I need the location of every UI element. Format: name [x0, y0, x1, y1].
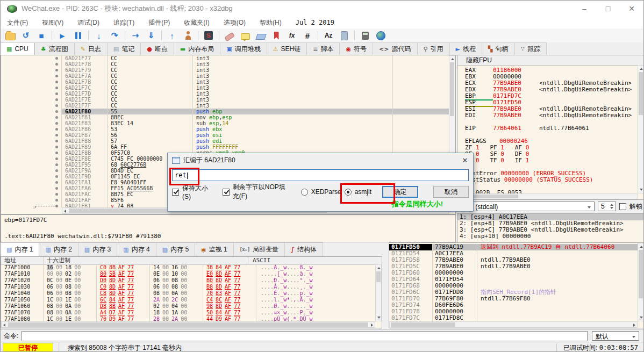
breakpoint-gutter[interactable]: [1, 55, 61, 61]
stack-row[interactable]: 0171FD6000000000: [389, 270, 638, 276]
breakpoint-gutter[interactable]: [1, 144, 61, 150]
breakpoint-gutter[interactable]: [1, 126, 61, 132]
lasterror-row[interactable]: LastStatus 00000000 (STATUS_SUCCESS): [465, 177, 638, 183]
calling-convention-select[interactable]: 默认 (stdcall): [457, 202, 595, 211]
breakpoint-gutter[interactable]: [1, 67, 61, 73]
trace-over-icon[interactable]: ⇓: [146, 30, 156, 41]
memory-row[interactable]: 77AF103006000800C08DAF7706000800B88DAF77…: [1, 284, 375, 290]
breakpoint-gutter[interactable]: [1, 197, 61, 203]
disasm-row[interactable]: 6AD21F7FCCint3: [1, 103, 449, 109]
tab-句柄[interactable]: ▚句柄: [482, 42, 514, 55]
breakpoint-gutter[interactable]: [1, 168, 61, 174]
comments-icon[interactable]: [240, 30, 251, 41]
disasm-row[interactable]: 6AD21F8857push edi: [1, 138, 449, 144]
disasm-row[interactable]: 6AD21F8055push ebp: [1, 109, 449, 114]
tab-内存 5[interactable]: ▥内存 5: [156, 242, 195, 256]
menu-item[interactable]: 帮助(H): [260, 18, 282, 27]
breakpoint-gutter[interactable]: [1, 61, 61, 67]
breakpoint-gutter[interactable]: [1, 185, 61, 191]
run-to-user-code-icon[interactable]: [182, 30, 193, 41]
call-arguments-pane[interactable]: 1: [esp+4] A0C17EEA2: [esp+8] 77B9ABE0 <…: [457, 213, 644, 246]
tab-内存 3[interactable]: ▥内存 3: [78, 242, 117, 256]
register-row[interactable]: EIP77B64061ntdll.77B64061: [465, 125, 638, 132]
disasm-row[interactable]: 6AD21F7ACCint3: [1, 73, 449, 79]
tab-日志[interactable]: ✎日志: [75, 42, 108, 55]
open-file-icon[interactable]: [5, 30, 16, 41]
stack-row[interactable]: 0171FD7C0171FD8C: [389, 315, 638, 321]
breakpoint-gutter[interactable]: [1, 73, 61, 79]
help-globe-icon[interactable]: [375, 30, 386, 41]
tab-源代码[interactable]: <>源代码: [373, 42, 417, 55]
tab-CPU[interactable]: ▦CPU: [1, 42, 35, 55]
run-icon[interactable]: ►: [57, 30, 68, 41]
dump-vscrollbar[interactable]: [375, 264, 382, 321]
patches-icon[interactable]: [224, 30, 235, 41]
stack-row[interactable]: 0171FD640171FD54: [389, 276, 638, 283]
disasm-row[interactable]: 6AD21F7BCCint3: [1, 79, 449, 85]
memory-row[interactable]: 77AF104006000800C88DAF7708000A007083AF77…: [1, 290, 375, 297]
breakpoint-gutter[interactable]: [1, 114, 61, 120]
breakpoint-gutter[interactable]: [1, 109, 61, 114]
minimize-button[interactable]: –: [573, 1, 596, 17]
breakpoint-gutter[interactable]: [1, 132, 61, 138]
close-button[interactable]: ✕: [620, 1, 643, 17]
memory-row[interactable]: 77AF10501C001E006C84AF772A002C00C48CAF77…: [1, 297, 375, 303]
hash-icon[interactable]: #: [302, 30, 313, 41]
tab-内存 4[interactable]: ▥内存 4: [117, 242, 156, 256]
breakpoint-gutter[interactable]: [1, 179, 61, 185]
tab-跟踪[interactable]: ∵跟踪: [515, 42, 547, 55]
tab-断点[interactable]: ●断点: [141, 42, 174, 55]
assemble-instruction-input[interactable]: ret: [172, 169, 469, 181]
xedparse-radio[interactable]: [301, 189, 308, 196]
restart-icon[interactable]: ↺: [20, 30, 31, 41]
trace-into-icon[interactable]: ⇢: [130, 30, 141, 41]
breakpoint-gutter[interactable]: [1, 191, 61, 197]
stack-pane[interactable]: 0171FD5077B9AC19返回到 ntdll.77B9AC19 自 ntd…: [389, 242, 644, 328]
run-until-return-icon[interactable]: ↑: [167, 30, 177, 41]
register-row[interactable]: EBP0171FD7C: [465, 93, 638, 99]
tab-内存 2[interactable]: ▥内存 2: [39, 242, 78, 256]
argument-row[interactable]: 4: [esp+10] 00000000: [457, 233, 644, 240]
disasm-row[interactable]: 6AD21F818BECmov ebp,esp: [1, 114, 449, 120]
tab-监视 1[interactable]: ◉监视 1: [195, 242, 234, 256]
args-depth-spinner[interactable]: 5: [598, 202, 616, 211]
memory-row[interactable]: 77AF10801C001E0070D9AF7728002A0044D9AF77…: [1, 316, 375, 321]
tab-笔记[interactable]: ▤笔记: [108, 42, 141, 55]
disasm-row[interactable]: 6AD21F896A FFpush FFFFFFFF: [1, 144, 449, 150]
disasm-row[interactable]: 6AD21F79CCint3: [1, 67, 449, 73]
breakpoint-gutter[interactable]: [1, 156, 61, 162]
stack-row[interactable]: 0171FD7077B69F80ntdll.77B69F80: [389, 296, 638, 302]
disasm-row[interactable]: 6AD21F7DCCint3: [1, 91, 449, 97]
hide-fpu-button[interactable]: 隐藏FPU: [457, 55, 644, 66]
menu-item[interactable]: 调试(D): [77, 18, 99, 27]
disasm-row[interactable]: 6AD21F8383EC 14sub esp,14: [1, 120, 449, 126]
tab-内存布局[interactable]: ▬内存布局: [174, 42, 220, 55]
register-row[interactable]: EDI77B9ABE0<ntdll.DbgUiRemoteBreakin>: [465, 112, 638, 119]
keep-size-checkbox[interactable]: [172, 189, 179, 196]
breakpoint-gutter[interactable]: [1, 162, 61, 168]
stack-row[interactable]: 0171FD5077B9AC19返回到 ntdll.77B9AC19 自 ntd…: [389, 244, 638, 250]
memory-row[interactable]: 77AF106008000A00D88BAF7702000400988DAF77…: [1, 303, 375, 310]
breakpoint-gutter[interactable]: [1, 91, 61, 97]
tab-流程图[interactable]: ♣流程图: [35, 42, 75, 55]
memory-row[interactable]: 77AF101000000200805BAF770E001000E08DAF77…: [1, 271, 375, 277]
stack-hscrollbar[interactable]: [389, 321, 638, 328]
disasm-row[interactable]: 6AD21F7CCCint3: [1, 85, 449, 91]
menu-item[interactable]: 选项(O): [224, 18, 246, 27]
pause-icon[interactable]: [73, 30, 83, 41]
dump-hscrollbar[interactable]: [1, 321, 375, 328]
stack-vscrollbar[interactable]: [638, 243, 644, 321]
stack-row[interactable]: 0171FD74D60FE6D6: [389, 302, 638, 308]
maximize-button[interactable]: □: [596, 1, 620, 17]
step-over-icon[interactable]: ↷: [109, 30, 120, 41]
segments-row[interactable]: GS 002B FS 0053: [465, 190, 638, 193]
registers-pane[interactable]: 隐藏FPU EAX01186000EBX00000000ECX77B9ABE0<…: [457, 55, 644, 200]
disasm-row[interactable]: 6AD21F8653push ebx: [1, 126, 449, 132]
disasm-row[interactable]: 6AD21F77CCint3: [1, 55, 449, 61]
bookmarks-icon[interactable]: [271, 30, 282, 41]
step-into-icon[interactable]: ↓: [94, 30, 104, 41]
calculator-icon[interactable]: [360, 30, 370, 41]
memory-dump-pane[interactable]: 地址 十六进制 ASCII 77AF100016001800C08BAF7714…: [1, 256, 382, 328]
tab-结构体[interactable]: ∫结构体: [285, 242, 323, 256]
breakpoint-gutter[interactable]: [1, 103, 61, 109]
